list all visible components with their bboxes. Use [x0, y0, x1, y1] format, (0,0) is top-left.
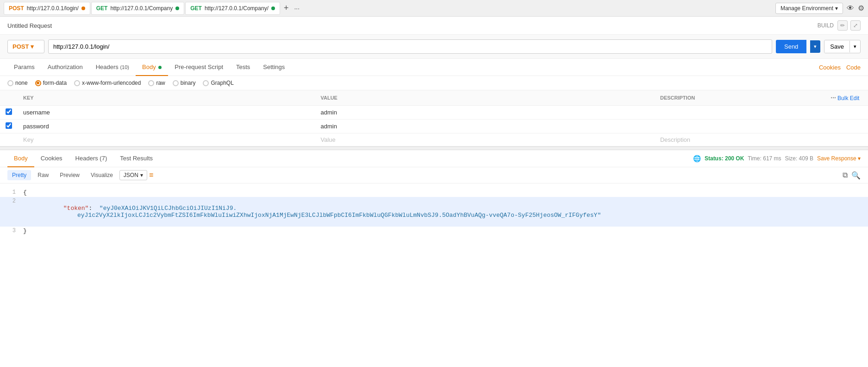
settings-button[interactable]: ⚙ [858, 4, 864, 13]
tab-headers[interactable]: Headers (10) [89, 59, 136, 76]
radio-binary[interactable]: binary [173, 80, 196, 86]
tab-settings[interactable]: Settings [256, 59, 291, 76]
indent [45, 205, 63, 212]
send-button[interactable]: Send [776, 40, 806, 53]
row-checkbox-username[interactable] [6, 108, 12, 115]
format-select[interactable]: JSON ▾ [119, 170, 147, 180]
row-key-username[interactable]: username [18, 106, 315, 120]
fmt-tab-preview[interactable]: Preview [55, 170, 84, 180]
row-desc-username[interactable] [655, 106, 825, 120]
status-size: Size: 409 B [785, 155, 813, 162]
tab-bar: POST http://127.0.0.1/login/ GET http://… [0, 0, 868, 17]
tab-tests[interactable]: Tests [230, 59, 256, 76]
more-tabs-button[interactable]: ··· [292, 5, 301, 12]
json-colon: : [88, 205, 99, 212]
tab-body[interactable]: Body [136, 59, 168, 76]
manage-env-label: Manage Environment [781, 5, 833, 12]
line-content-3: } [23, 227, 868, 235]
tab-dot-get1 [175, 6, 179, 10]
search-button[interactable]: 🔍 [851, 171, 861, 180]
tab-post-login[interactable]: POST http://127.0.0.1/login/ [4, 2, 90, 15]
tab-dot-post [81, 6, 85, 10]
tab-params[interactable]: Params [7, 59, 41, 76]
edit-icon[interactable]: ✏ [837, 20, 848, 31]
status-ok: Status: 200 OK [705, 155, 744, 162]
format-value: JSON [124, 172, 138, 178]
maximize-icon[interactable]: ⤢ [850, 20, 861, 31]
bulk-edit-button[interactable]: Bulk Edit [837, 95, 859, 101]
radio-circle-none [7, 80, 13, 86]
cookies-link[interactable]: Cookies [819, 59, 841, 76]
globe-icon: 🌐 [693, 155, 701, 162]
radio-urlencoded[interactable]: x-www-form-urlencoded [74, 80, 141, 86]
row-value-password[interactable]: admin [315, 120, 654, 133]
wrap-button[interactable]: ≡ [149, 171, 153, 179]
method-select[interactable]: POST ▾ [7, 40, 44, 53]
code-line-1: 1 { [0, 188, 868, 197]
resp-tab-headers[interactable]: Headers (7) [69, 150, 114, 167]
th-check [0, 90, 18, 106]
radio-graphql[interactable]: GraphQL [203, 80, 233, 86]
resp-tab-body[interactable]: Body [7, 150, 34, 167]
format-chevron-icon: ▾ [140, 172, 143, 178]
code-link[interactable]: Code [846, 59, 861, 76]
request-tabs: Params Authorization Headers (10) Body P… [0, 59, 868, 76]
row-key-password[interactable]: password [18, 120, 315, 133]
row-key-placeholder[interactable]: Key [18, 133, 315, 146]
json-val-token: "eyJ0eXAiOiJKV1QiLCJhbGciOiJIUzI1NiJ9. e… [23, 205, 601, 219]
code-line-2: 2 "token": "eyJ0eXAiOiJKV1QiLCJhbGciOiJI… [0, 197, 868, 227]
tab-method-post: POST [9, 5, 24, 12]
radio-label-formdata: form-data [43, 80, 67, 86]
section-divider [0, 146, 868, 150]
row-checkbox-password[interactable] [6, 122, 12, 129]
row-desc-placeholder[interactable]: Description [655, 133, 825, 146]
response-status: 🌐 Status: 200 OK Time: 617 ms Size: 409 … [693, 155, 861, 162]
tab-url-post: http://127.0.0.1/login/ [27, 5, 79, 12]
line-num-2: 2 [0, 197, 23, 204]
chevron-down-icon: ▾ [835, 5, 838, 12]
save-response-button[interactable]: Save Response ▾ [817, 155, 861, 162]
tab-prerequest[interactable]: Pre-request Script [168, 59, 230, 76]
tab-get-company1[interactable]: GET http://127.0.0.1/Company [91, 2, 184, 15]
line-content-2[interactable]: "token": "eyJ0eXAiOiJKV1QiLCJhbGciOiJIUz… [23, 197, 868, 227]
radio-raw[interactable]: raw [148, 80, 165, 86]
fmt-tab-raw[interactable]: Raw [33, 170, 53, 180]
table-row: username admin [0, 106, 868, 120]
send-dropdown-button[interactable]: ▾ [810, 40, 820, 53]
tab-authorization[interactable]: Authorization [41, 59, 89, 76]
req-tab-right: Cookies Code [819, 59, 861, 76]
format-bar: Pretty Raw Preview Visualize JSON ▾ ≡ ⧉ … [0, 167, 868, 184]
radio-none[interactable]: none [7, 80, 28, 86]
save-arrow-button[interactable]: ▾ [849, 41, 860, 52]
save-main-button[interactable]: Save [824, 40, 849, 53]
row-desc-password[interactable] [655, 120, 825, 133]
eye-button[interactable]: 👁 [847, 4, 854, 13]
top-right-actions: Manage Environment ▾ 👁 ⚙ [775, 3, 864, 14]
add-tab-button[interactable]: + [281, 3, 292, 13]
radio-label-binary: binary [181, 80, 196, 86]
copy-button[interactable]: ⧉ [843, 171, 848, 180]
fmt-tab-visualize[interactable]: Visualize [86, 170, 118, 180]
resp-tab-cookies[interactable]: Cookies [34, 150, 69, 167]
url-input[interactable] [48, 39, 772, 54]
tab-get-company2[interactable]: GET http://127.0.0.1/Company/ [185, 2, 280, 15]
th-description: DESCRIPTION [655, 90, 825, 106]
radio-form-data[interactable]: form-data [35, 80, 67, 86]
row-value-placeholder[interactable]: Value [315, 133, 654, 146]
row-act-password [825, 120, 868, 133]
manage-environment-dropdown[interactable]: Manage Environment ▾ [775, 3, 843, 14]
th-key: KEY [18, 90, 315, 106]
tab-dot-get2 [271, 6, 275, 10]
radio-circle-raw [148, 80, 154, 86]
three-dots-icon[interactable]: ··· [831, 94, 836, 101]
format-right-actions: ⧉ 🔍 [843, 171, 861, 180]
row-act-empty [825, 133, 868, 146]
build-icons: ✏ ⤢ [837, 20, 861, 31]
resp-tab-testresults[interactable]: Test Results [113, 150, 159, 167]
save-button-group: Save ▾ [824, 40, 861, 53]
row-value-username[interactable]: admin [315, 106, 654, 120]
kv-table-container: KEY VALUE DESCRIPTION ··· Bulk Edit user… [0, 90, 868, 146]
body-active-dot [158, 66, 162, 69]
radio-circle-urlencoded [74, 80, 80, 86]
fmt-tab-pretty[interactable]: Pretty [7, 170, 31, 180]
